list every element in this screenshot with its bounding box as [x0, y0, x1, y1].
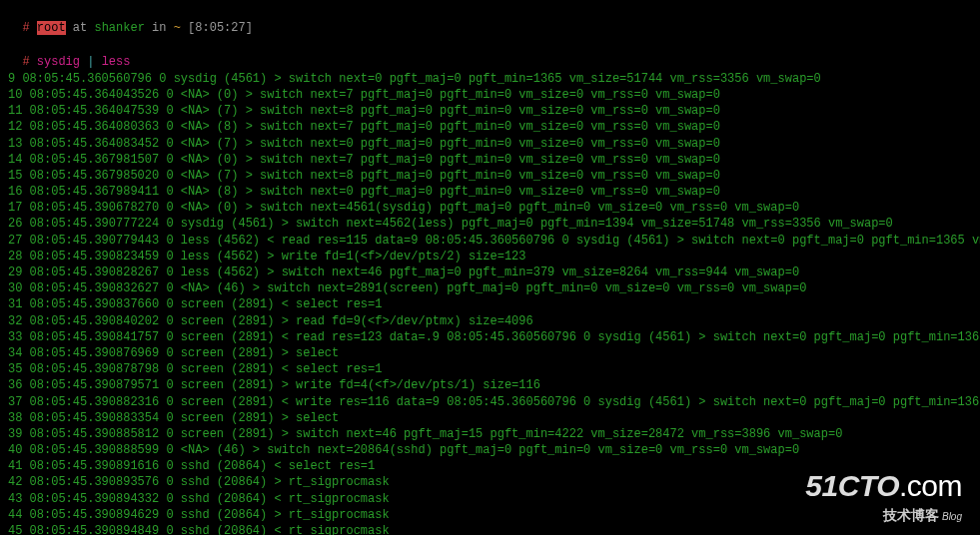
- log-line: 39 08:05:45.390885812 0 screen (2891) > …: [8, 426, 972, 442]
- log-line: 32 08:05:45.390840202 0 screen (2891) > …: [8, 313, 972, 329]
- prompt-in: in: [145, 21, 174, 35]
- log-line: 40 08:05:45.390888599 0 <NA> (46) > swit…: [8, 442, 972, 458]
- log-output[interactable]: 9 08:05:45.360560796 0 sysdig (4561) > s…: [8, 71, 972, 535]
- log-line: 33 08:05:45.390841757 0 screen (2891) < …: [8, 329, 972, 345]
- log-line: 29 08:05:45.390828267 0 less (4562) > sw…: [8, 265, 972, 280]
- log-line: 28 08:05:45.390823459 0 less (4562) > wr…: [8, 249, 972, 265]
- prompt-host: shanker: [94, 21, 144, 35]
- shell-prompt: # root at shanker in ~ [8:05:27]: [8, 4, 972, 36]
- log-line: 36 08:05:45.390879571 0 screen (2891) > …: [8, 377, 972, 393]
- prompt-user: root: [37, 21, 66, 35]
- command-hash: #: [22, 55, 29, 69]
- log-line: 30 08:05:45.390832627 0 <NA> (46) > swit…: [8, 280, 972, 296]
- log-line: 15 08:05:45.367985020 0 <NA> (7) > switc…: [8, 168, 972, 184]
- log-line: 42 08:05:45.390893576 0 sshd (20864) > r…: [8, 474, 972, 490]
- log-line: 38 08:05:45.390883354 0 screen (2891) > …: [8, 410, 972, 426]
- log-line: 10 08:05:45.364043526 0 <NA> (0) > switc…: [8, 87, 972, 103]
- log-line: 12 08:05:45.364080363 0 <NA> (8) > switc…: [8, 119, 972, 135]
- log-line: 35 08:05:45.390878798 0 screen (2891) < …: [8, 361, 972, 377]
- log-line: 16 08:05:45.367989411 0 <NA> (8) > switc…: [8, 184, 972, 200]
- command-pipe: |: [80, 55, 102, 69]
- prompt-cwd: ~: [174, 21, 181, 35]
- log-line: 44 08:05:45.390894629 0 sshd (20864) > r…: [8, 507, 972, 523]
- log-line: 45 08:05:45.390894849 0 sshd (20864) < r…: [8, 523, 972, 535]
- log-line: 37 08:05:45.390882316 0 screen (2891) < …: [8, 394, 972, 410]
- prompt-hash: #: [22, 21, 29, 35]
- log-line: 43 08:05:45.390894332 0 sshd (20864) < r…: [8, 491, 972, 507]
- prompt-at: at: [66, 21, 95, 35]
- log-line: 13 08:05:45.364083452 0 <NA> (7) > switc…: [8, 136, 972, 152]
- command-prog2: less: [102, 55, 131, 69]
- log-line: 26 08:05:45.390777224 0 sysdig (4561) > …: [8, 216, 972, 232]
- log-line: 14 08:05:45.367981507 0 <NA> (0) > switc…: [8, 152, 972, 168]
- command-line[interactable]: # sysdig | less: [8, 37, 972, 69]
- log-line: 31 08:05:45.390837660 0 screen (2891) < …: [8, 296, 972, 312]
- log-line: 11 08:05:45.364047539 0 <NA> (7) > switc…: [8, 103, 972, 119]
- command-prog1: sysdig: [37, 55, 80, 69]
- log-line: 41 08:05:45.390891616 0 sshd (20864) < s…: [8, 458, 972, 474]
- log-line: 27 08:05:45.390779443 0 less (4562) < re…: [8, 233, 972, 249]
- log-line: 17 08:05:45.390678270 0 <NA> (0) > switc…: [8, 200, 972, 216]
- prompt-time: [8:05:27]: [181, 21, 253, 35]
- log-line: 9 08:05:45.360560796 0 sysdig (4561) > s…: [8, 71, 972, 87]
- log-line: 34 08:05:45.390876969 0 screen (2891) > …: [8, 345, 972, 361]
